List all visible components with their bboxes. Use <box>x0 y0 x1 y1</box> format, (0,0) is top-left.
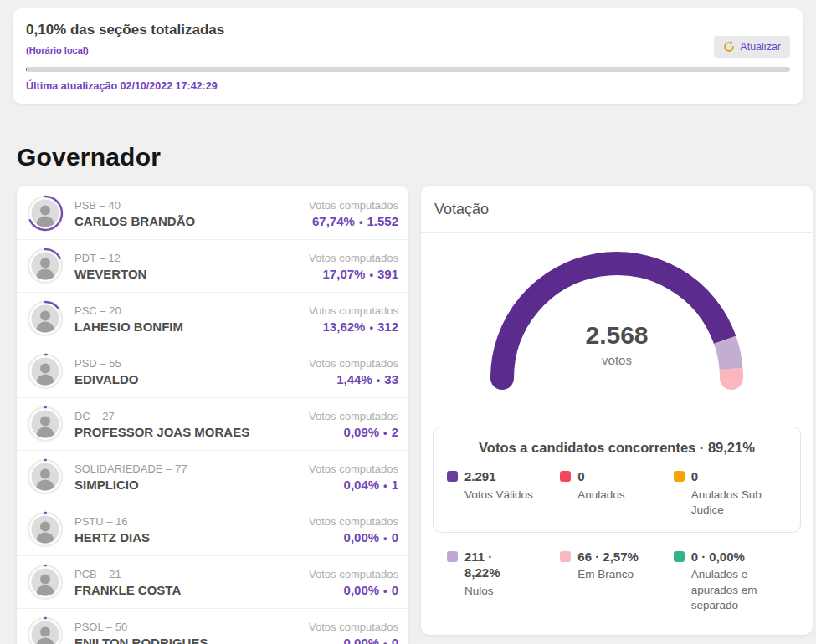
stat-text: 211 · 8,22% Nulos <box>464 549 518 599</box>
bullet-separator: • <box>377 374 381 386</box>
candidate-name: LAHESIO BONFIM <box>74 319 183 334</box>
candidate-votes: Votos computados 0,09%•2 <box>309 410 398 439</box>
candidate-votes: Votos computados 1,44%•33 <box>309 357 398 386</box>
votes-computed-label: Votos computados <box>309 357 398 370</box>
stat-item: 0 Anulados <box>560 468 673 518</box>
stat-label: Nulos <box>464 584 518 599</box>
stat-color-square <box>447 551 458 562</box>
local-time-note: (Horário local) <box>26 45 790 55</box>
votes-computed-label: Votos computados <box>309 515 398 528</box>
candidate-votes-value: 1,44%•33 <box>309 372 398 386</box>
candidate-votes-value: 0,04%•1 <box>309 478 398 492</box>
concorrentes-title: Votos a candidatos concorrentes · 89,21% <box>447 440 787 456</box>
candidate-avatar <box>27 248 64 284</box>
candidate-votes: Votos computados 13,62%•312 <box>309 304 398 334</box>
candidate-name: CARLOS BRANDÃO <box>74 214 195 228</box>
stat-text: 0 Anulados <box>577 468 624 503</box>
total-votes-value: 2.568 <box>421 321 813 350</box>
candidate-row[interactable]: PSTU – 16 HERTZ DIAS Votos computados 0,… <box>17 503 408 556</box>
votes-computed-label: Votos computados <box>309 410 398 422</box>
stat-value: 0 <box>577 468 624 485</box>
stat-item: 0 · 0,00% Anulados e apurados em separad… <box>674 549 787 613</box>
stat-value: 0 · 0,00% <box>691 549 773 565</box>
candidate-info: PSOL – 50 ENILTON RODRIGUES <box>74 621 208 644</box>
candidate-votes: Votos computados 0,00%•0 <box>309 568 398 597</box>
totalization-card: 0,10% das seções totalizadas (Horário lo… <box>13 8 803 104</box>
candidate-votes: Votos computados 0,04%•1 <box>309 463 398 492</box>
candidate-row[interactable]: PCB – 21 FRANKLE COSTA Votos computados … <box>17 556 408 609</box>
candidate-pct: 0,00% <box>344 583 380 597</box>
total-votes-label: votos <box>421 353 813 367</box>
bullet-separator: • <box>383 585 387 597</box>
candidate-info: SOLIDARIEDADE – 77 SIMPLICIO <box>74 463 187 492</box>
candidates-card: PSB – 40 CARLOS BRANDÃO Votos computados… <box>17 186 408 644</box>
candidate-avatar <box>27 406 64 442</box>
candidate-party: PSD – 55 <box>74 357 138 370</box>
candidate-pct: 67,74% <box>312 214 355 228</box>
candidate-party: PSTU – 16 <box>74 515 150 528</box>
candidate-party: PSOL – 50 <box>74 621 208 633</box>
stat-color-square <box>447 471 458 482</box>
stat-item: 66 · 2,57% Em Branco <box>560 549 673 613</box>
candidate-row[interactable]: PSC – 20 LAHESIO BONFIM Votos computados… <box>17 293 408 345</box>
main-columns: PSB – 40 CARLOS BRANDÃO Votos computados… <box>17 186 813 644</box>
candidate-pct: 17,07% <box>323 267 366 281</box>
candidate-avatar <box>27 511 64 548</box>
totalized-percentage: 0,10% das seções totalizadas <box>26 22 790 38</box>
candidate-party: SOLIDARIEDADE – 77 <box>74 463 187 475</box>
stat-text: 2.291 Votos Válidos <box>464 468 533 503</box>
bullet-separator: • <box>383 637 387 644</box>
candidate-name: PROFESSOR JOAS MORAES <box>74 425 249 439</box>
candidate-vote-count: 0 <box>392 583 398 597</box>
totalization-progress-fill <box>26 67 27 72</box>
candidate-avatar <box>27 564 64 601</box>
refresh-icon <box>723 41 735 53</box>
candidate-name: HERTZ DIAS <box>74 530 150 544</box>
stat-label: Votos Válidos <box>464 488 533 503</box>
candidate-row[interactable]: PDT – 12 WEVERTON Votos computados 17,07… <box>17 240 408 293</box>
votes-computed-label: Votos computados <box>309 621 398 633</box>
candidate-row[interactable]: PSD – 55 EDIVALDO Votos computados 1,44%… <box>17 345 408 398</box>
votes-computed-label: Votos computados <box>309 568 398 580</box>
votes-gauge-arc <box>431 251 803 390</box>
candidate-avatar <box>27 616 64 644</box>
candidate-votes: Votos computados 0,00%•0 <box>309 515 398 544</box>
refresh-label: Atualizar <box>740 41 781 53</box>
votacao-card: Votação 2.568 votos Votos a candidatos c… <box>421 186 813 635</box>
candidate-votes-value: 17,07%•391 <box>309 267 398 281</box>
candidate-info: PDT – 12 WEVERTON <box>74 252 146 281</box>
stats-row-2: 211 · 8,22% Nulos 66 · 2,57% Em Branco 0… <box>447 549 787 613</box>
concorrentes-box: Votos a candidatos concorrentes · 89,21%… <box>433 427 801 533</box>
votes-computed-label: Votos computados <box>309 199 398 212</box>
votes-computed-label: Votos computados <box>309 304 398 317</box>
candidate-party: PDT – 12 <box>74 252 146 264</box>
stat-color-square <box>674 551 685 562</box>
candidate-vote-count: 1.552 <box>367 214 398 228</box>
votes-computed-label: Votos computados <box>309 252 398 264</box>
candidate-row[interactable]: PSOL – 50 ENILTON RODRIGUES Votos comput… <box>17 609 408 644</box>
stat-label: Anulados Sub Judice <box>691 488 773 518</box>
candidate-votes-value: 0,09%•2 <box>309 425 398 439</box>
votacao-title: Votação <box>421 186 813 233</box>
stat-text: 0 · 0,00% Anulados e apurados em separad… <box>691 549 773 613</box>
candidate-vote-count: 1 <box>392 478 398 492</box>
votes-computed-label: Votos computados <box>309 463 398 475</box>
candidate-name: EDIVALDO <box>74 372 138 386</box>
candidates-list: PSB – 40 CARLOS BRANDÃO Votos computados… <box>17 187 408 644</box>
stat-value: 66 · 2,57% <box>577 549 639 565</box>
candidate-vote-count: 0 <box>392 636 398 644</box>
candidate-pct: 0,00% <box>344 636 380 644</box>
refresh-button[interactable]: Atualizar <box>714 36 790 58</box>
candidate-vote-count: 391 <box>377 267 398 281</box>
candidate-pct: 0,04% <box>344 478 380 492</box>
candidate-info: PSTU – 16 HERTZ DIAS <box>74 515 150 544</box>
candidate-row[interactable]: DC – 27 PROFESSOR JOAS MORAES Votos comp… <box>17 398 408 451</box>
candidate-avatar <box>27 458 64 495</box>
candidate-name: SIMPLICIO <box>74 478 187 492</box>
stat-item: 2.291 Votos Válidos <box>447 468 560 518</box>
candidate-row[interactable]: PSB – 40 CARLOS BRANDÃO Votos computados… <box>17 187 408 240</box>
stat-item: 0 Anulados Sub Judice <box>674 468 787 518</box>
candidate-row[interactable]: SOLIDARIEDADE – 77 SIMPLICIO Votos compu… <box>17 451 408 503</box>
stat-item: 211 · 8,22% Nulos <box>447 549 560 613</box>
stat-value: 0 <box>691 468 773 485</box>
